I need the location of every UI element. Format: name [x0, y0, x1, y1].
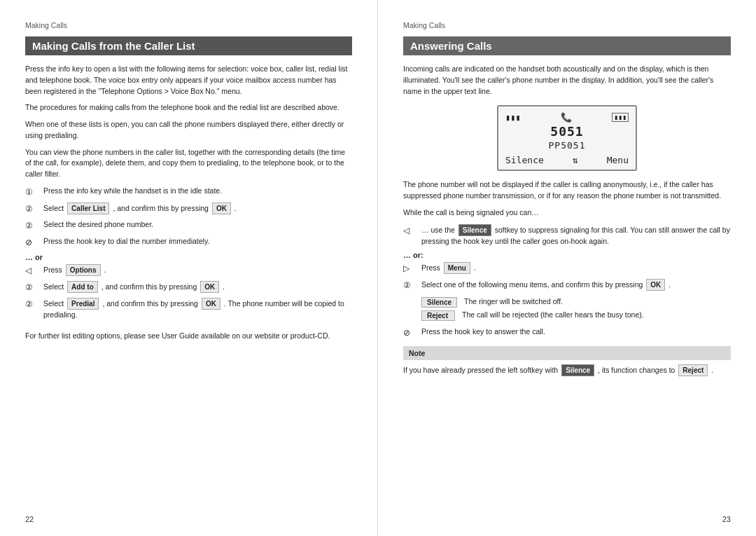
note-content: If you have already pressed the left sof…	[403, 364, 731, 376]
left-step4-text: Press the hook key to dial the number im…	[43, 236, 352, 247]
nav-icon-6: ②	[25, 281, 39, 294]
note-reject-badge: Reject	[678, 364, 708, 376]
note-text3: .	[711, 366, 713, 374]
left-step5-text: Press Options .	[43, 264, 352, 276]
left-step3: ② Select the desired phone number.	[25, 219, 352, 232]
ok-badge-6: OK	[200, 281, 219, 293]
phone-sub: PP5051	[505, 140, 629, 151]
left-step2-post: , and confirm this by pressing	[113, 204, 209, 212]
battery-icon: ▮▮▮	[612, 113, 629, 122]
left-p3: When one of these lists is open, you can…	[25, 119, 352, 142]
left-step7: ② Select Predial , and confirm this by p…	[25, 298, 352, 321]
left-step6: ② Select Add to , and confirm this by pr…	[25, 281, 352, 294]
right-page-number: 23	[722, 515, 731, 523]
right-step3-text: Select one of the following menu items, …	[421, 279, 731, 291]
nav-icon-2: ②	[25, 202, 39, 215]
left-step2: ② Select Caller List , and confirm this …	[25, 202, 352, 215]
note-label: Note	[409, 349, 725, 357]
left-step1-text: Press the info key while the handset is …	[43, 186, 352, 197]
right-p1: Incoming calls are indicated on the hand…	[403, 64, 731, 97]
note-box: Note	[403, 346, 731, 360]
right-page: Making Calls Answering Calls Incoming ca…	[378, 0, 756, 536]
reject-row: Reject The call will be rejected (the ca…	[421, 310, 731, 321]
caller-list-badge: Caller List	[67, 202, 109, 214]
silence-softkey-badge: Silence	[458, 224, 491, 236]
left-page-number: 22	[25, 515, 34, 523]
left-page: Making Calls Making Calls from the Calle…	[0, 0, 378, 536]
right-ellipsis2: … or:	[403, 251, 731, 259]
right-step2-pre: Press	[421, 263, 440, 272]
right-title: Answering Calls	[403, 36, 731, 55]
left-step1: ① Press the info key while the handset i…	[25, 186, 352, 198]
left-p4: You can view the phone numbers in the ca…	[25, 147, 352, 180]
note-silence-badge: Silence	[561, 364, 594, 376]
left-step7-pre: Select	[43, 299, 64, 308]
silence-reject-table: Silence The ringer will be switched off.…	[421, 297, 731, 321]
left-step4: ⊘ Press the hook key to dial the number …	[25, 236, 352, 249]
right-section-label: Making Calls	[403, 21, 731, 29]
ok-badge-2: OK	[212, 202, 231, 214]
left-title: Making Calls from the Caller List	[25, 36, 352, 55]
softkey-right: Menu	[607, 155, 629, 165]
ok-badge-r3: OK	[646, 279, 665, 291]
left-step6-pre: Select	[43, 282, 64, 291]
phone-number: 5051	[505, 124, 629, 139]
softkey-left: Silence	[505, 155, 544, 165]
right-step4: ⊘ Press the hook key to answer the call.	[403, 327, 731, 339]
signal-icon: ▮▮▮	[505, 113, 521, 123]
info-key-icon: ①	[25, 186, 39, 198]
silence-arrow-icon: ◁	[403, 224, 417, 237]
softkey-arrow: ⇅	[573, 155, 578, 165]
nav-icon-7: ②	[25, 298, 39, 310]
left-ellipsis1: … or	[25, 253, 352, 261]
left-p1: Press the info key to open a list with t…	[25, 64, 352, 97]
reject-desc: The call will be rejected (the caller he…	[462, 310, 644, 319]
right-step1-pre: … use the	[421, 226, 455, 234]
right-p2: The phone number will not be displayed i…	[403, 179, 731, 202]
nav-icon-5: ◁	[25, 264, 39, 277]
nav-icon-r3: ②	[403, 279, 417, 291]
addto-badge: Add to	[67, 281, 98, 293]
right-step1-text: … use the Silence softkey to suppress si…	[421, 224, 731, 247]
right-step3-pre: Select one of the following menu items, …	[421, 280, 643, 289]
silence-row: Silence The ringer will be switched off.	[421, 297, 731, 308]
hook-icon-1: ⊘	[25, 236, 39, 249]
phone-top-row: ▮▮▮ 📞 ▮▮▮	[505, 112, 629, 123]
right-step2: ▷ Press Menu .	[403, 262, 731, 275]
options-badge: Options	[66, 264, 101, 276]
left-step6-text: Select Add to , and confirm this by pres…	[43, 281, 352, 293]
note-text: If you have already pressed the left sof…	[403, 366, 558, 374]
left-step2-pre: Select	[43, 204, 64, 212]
phone-display: ▮▮▮ 📞 ▮▮▮ 5051 PP5051 Silence ⇅ Menu	[497, 105, 637, 171]
left-section-label: Making Calls	[25, 21, 352, 29]
left-step6-post: , and confirm this by pressing	[102, 282, 197, 291]
left-note: For further list editing options, please…	[25, 331, 352, 342]
left-step5: ◁ Press Options .	[25, 264, 352, 277]
left-step3-text: Select the desired phone number.	[43, 219, 352, 231]
predial-badge: Predial	[67, 298, 99, 310]
silence-badge: Silence	[421, 297, 457, 308]
right-step1: ◁ … use the Silence softkey to suppress …	[403, 224, 731, 247]
hook-icon-2: ⊘	[403, 327, 417, 339]
right-step4-text: Press the hook key to answer the call.	[421, 327, 731, 338]
reject-badge: Reject	[421, 310, 455, 321]
ok-badge-7: OK	[202, 298, 220, 310]
right-step3: ② Select one of the following menu items…	[403, 279, 731, 291]
right-step2-text: Press Menu .	[421, 262, 731, 274]
note-text2: , its function changes to	[598, 366, 675, 374]
nav-icon-3: ②	[25, 219, 39, 232]
left-step2-text: Select Caller List , and confirm this by…	[43, 202, 352, 214]
menu-icon: ▷	[403, 262, 417, 275]
left-p2: The procedures for making calls from the…	[25, 102, 352, 114]
phone-softkeys: Silence ⇅ Menu	[505, 155, 629, 165]
menu-badge: Menu	[444, 262, 470, 274]
call-icon: 📞	[561, 112, 572, 123]
left-step5-pre: Press	[43, 266, 62, 274]
left-step7-text: Select Predial , and confirm this by pre…	[43, 298, 352, 321]
silence-desc: The ringer will be switched off.	[464, 297, 563, 305]
left-step7-post: , and confirm this by pressing	[102, 299, 198, 308]
right-p3: While the call is being signaled you can…	[403, 207, 731, 219]
